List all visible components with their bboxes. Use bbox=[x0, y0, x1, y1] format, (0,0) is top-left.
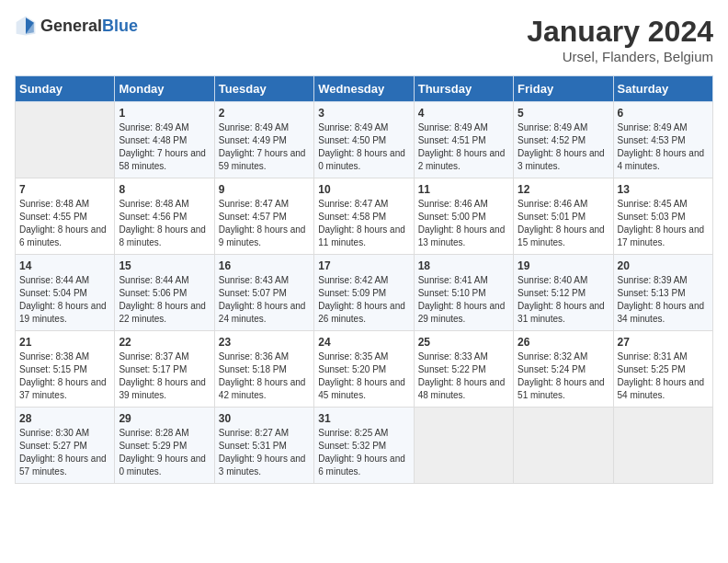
day-info: Sunrise: 8:49 AMSunset: 4:48 PMDaylight:… bbox=[119, 121, 210, 173]
day-number: 22 bbox=[119, 336, 210, 349]
day-number: 1 bbox=[119, 107, 210, 120]
day-info: Sunrise: 8:35 AMSunset: 5:20 PMDaylight:… bbox=[318, 350, 409, 402]
day-of-week-header: Monday bbox=[115, 76, 214, 102]
day-number: 11 bbox=[418, 183, 509, 196]
day-info: Sunrise: 8:44 AMSunset: 5:04 PMDaylight:… bbox=[19, 274, 110, 326]
day-info: Sunrise: 8:39 AMSunset: 5:13 PMDaylight:… bbox=[618, 274, 709, 326]
day-number: 8 bbox=[119, 183, 210, 196]
calendar-cell: 11Sunrise: 8:46 AMSunset: 5:00 PMDayligh… bbox=[414, 178, 513, 255]
calendar-cell: 7Sunrise: 8:48 AMSunset: 4:55 PMDaylight… bbox=[16, 178, 115, 255]
page-header: GeneralBlue January 2024 Ursel, Flanders… bbox=[15, 15, 713, 64]
calendar-cell: 4Sunrise: 8:49 AMSunset: 4:51 PMDaylight… bbox=[414, 102, 513, 178]
day-number: 10 bbox=[318, 183, 409, 196]
day-number: 6 bbox=[618, 107, 709, 120]
logo-blue: Blue bbox=[102, 17, 138, 35]
calendar-cell: 8Sunrise: 8:48 AMSunset: 4:56 PMDaylight… bbox=[115, 178, 214, 255]
calendar-cell: 19Sunrise: 8:40 AMSunset: 5:12 PMDayligh… bbox=[514, 255, 613, 331]
calendar-cell: 10Sunrise: 8:47 AMSunset: 4:58 PMDayligh… bbox=[314, 178, 414, 255]
day-number: 21 bbox=[19, 336, 110, 349]
day-number: 17 bbox=[318, 259, 409, 272]
calendar-cell: 1Sunrise: 8:49 AMSunset: 4:48 PMDaylight… bbox=[115, 102, 214, 178]
day-info: Sunrise: 8:40 AMSunset: 5:12 PMDaylight:… bbox=[518, 274, 609, 326]
day-info: Sunrise: 8:36 AMSunset: 5:18 PMDaylight:… bbox=[219, 350, 310, 402]
day-number: 14 bbox=[19, 259, 110, 272]
day-number: 27 bbox=[618, 336, 709, 349]
calendar-week-row: 21Sunrise: 8:38 AMSunset: 5:15 PMDayligh… bbox=[16, 331, 713, 408]
calendar-cell: 30Sunrise: 8:27 AMSunset: 5:31 PMDayligh… bbox=[214, 408, 313, 484]
calendar-cell: 31Sunrise: 8:25 AMSunset: 5:32 PMDayligh… bbox=[314, 408, 414, 484]
calendar-cell: 3Sunrise: 8:49 AMSunset: 4:50 PMDaylight… bbox=[314, 102, 414, 178]
day-number: 20 bbox=[618, 259, 709, 272]
logo-icon bbox=[15, 15, 37, 37]
calendar-cell: 24Sunrise: 8:35 AMSunset: 5:20 PMDayligh… bbox=[314, 331, 414, 408]
day-number: 28 bbox=[19, 412, 110, 425]
day-info: Sunrise: 8:44 AMSunset: 5:06 PMDaylight:… bbox=[119, 274, 210, 326]
day-info: Sunrise: 8:46 AMSunset: 5:00 PMDaylight:… bbox=[418, 198, 509, 249]
day-info: Sunrise: 8:42 AMSunset: 5:09 PMDaylight:… bbox=[318, 274, 409, 326]
logo-text: GeneralBlue bbox=[40, 17, 138, 36]
calendar-cell: 22Sunrise: 8:37 AMSunset: 5:17 PMDayligh… bbox=[115, 331, 214, 408]
logo: GeneralBlue bbox=[15, 15, 138, 37]
day-info: Sunrise: 8:48 AMSunset: 4:56 PMDaylight:… bbox=[119, 198, 210, 249]
day-info: Sunrise: 8:30 AMSunset: 5:27 PMDaylight:… bbox=[19, 427, 110, 478]
day-info: Sunrise: 8:48 AMSunset: 4:55 PMDaylight:… bbox=[19, 198, 110, 249]
calendar-cell: 20Sunrise: 8:39 AMSunset: 5:13 PMDayligh… bbox=[613, 255, 712, 331]
calendar-cell bbox=[613, 408, 712, 484]
day-number: 23 bbox=[219, 336, 310, 349]
day-of-week-header: Saturday bbox=[613, 76, 712, 102]
calendar-cell: 27Sunrise: 8:31 AMSunset: 5:25 PMDayligh… bbox=[613, 331, 712, 408]
day-number: 3 bbox=[318, 107, 409, 120]
day-info: Sunrise: 8:32 AMSunset: 5:24 PMDaylight:… bbox=[518, 350, 609, 402]
day-info: Sunrise: 8:46 AMSunset: 5:01 PMDaylight:… bbox=[518, 198, 609, 249]
day-number: 2 bbox=[219, 107, 310, 120]
calendar-cell: 21Sunrise: 8:38 AMSunset: 5:15 PMDayligh… bbox=[16, 331, 115, 408]
day-info: Sunrise: 8:49 AMSunset: 4:49 PMDaylight:… bbox=[219, 121, 310, 173]
day-number: 19 bbox=[518, 259, 609, 272]
calendar-cell: 15Sunrise: 8:44 AMSunset: 5:06 PMDayligh… bbox=[115, 255, 214, 331]
logo-general: General bbox=[40, 17, 102, 35]
day-number: 5 bbox=[518, 107, 609, 120]
day-info: Sunrise: 8:31 AMSunset: 5:25 PMDaylight:… bbox=[618, 350, 709, 402]
calendar-cell bbox=[414, 408, 513, 484]
calendar-cell: 6Sunrise: 8:49 AMSunset: 4:53 PMDaylight… bbox=[613, 102, 712, 178]
day-number: 4 bbox=[418, 107, 509, 120]
day-number: 13 bbox=[618, 183, 709, 196]
day-info: Sunrise: 8:49 AMSunset: 4:52 PMDaylight:… bbox=[518, 121, 609, 173]
day-number: 24 bbox=[318, 336, 409, 349]
calendar-week-row: 14Sunrise: 8:44 AMSunset: 5:04 PMDayligh… bbox=[16, 255, 713, 331]
day-info: Sunrise: 8:27 AMSunset: 5:31 PMDaylight:… bbox=[219, 427, 310, 478]
day-info: Sunrise: 8:47 AMSunset: 4:58 PMDaylight:… bbox=[318, 198, 409, 249]
day-info: Sunrise: 8:47 AMSunset: 4:57 PMDaylight:… bbox=[219, 198, 310, 249]
calendar-cell: 17Sunrise: 8:42 AMSunset: 5:09 PMDayligh… bbox=[314, 255, 414, 331]
day-info: Sunrise: 8:43 AMSunset: 5:07 PMDaylight:… bbox=[219, 274, 310, 326]
day-number: 26 bbox=[518, 336, 609, 349]
day-number: 25 bbox=[418, 336, 509, 349]
calendar-header-row: SundayMondayTuesdayWednesdayThursdayFrid… bbox=[16, 76, 713, 102]
day-of-week-header: Thursday bbox=[414, 76, 513, 102]
day-number: 30 bbox=[219, 412, 310, 425]
day-number: 15 bbox=[119, 259, 210, 272]
day-of-week-header: Sunday bbox=[16, 76, 115, 102]
day-of-week-header: Wednesday bbox=[314, 76, 414, 102]
day-info: Sunrise: 8:45 AMSunset: 5:03 PMDaylight:… bbox=[618, 198, 709, 249]
day-number: 29 bbox=[119, 412, 210, 425]
day-of-week-header: Friday bbox=[514, 76, 613, 102]
day-info: Sunrise: 8:25 AMSunset: 5:32 PMDaylight:… bbox=[318, 427, 409, 478]
day-info: Sunrise: 8:49 AMSunset: 4:50 PMDaylight:… bbox=[318, 121, 409, 173]
calendar-cell: 28Sunrise: 8:30 AMSunset: 5:27 PMDayligh… bbox=[16, 408, 115, 484]
calendar-cell: 14Sunrise: 8:44 AMSunset: 5:04 PMDayligh… bbox=[16, 255, 115, 331]
calendar-week-row: 7Sunrise: 8:48 AMSunset: 4:55 PMDaylight… bbox=[16, 178, 713, 255]
day-number: 9 bbox=[219, 183, 310, 196]
calendar-cell: 13Sunrise: 8:45 AMSunset: 5:03 PMDayligh… bbox=[613, 178, 712, 255]
day-number: 16 bbox=[219, 259, 310, 272]
calendar-table: SundayMondayTuesdayWednesdayThursdayFrid… bbox=[15, 75, 713, 484]
calendar-cell: 9Sunrise: 8:47 AMSunset: 4:57 PMDaylight… bbox=[214, 178, 313, 255]
calendar-week-row: 1Sunrise: 8:49 AMSunset: 4:48 PMDaylight… bbox=[16, 102, 713, 178]
day-number: 31 bbox=[318, 412, 409, 425]
day-number: 7 bbox=[19, 183, 110, 196]
day-number: 18 bbox=[418, 259, 509, 272]
day-info: Sunrise: 8:38 AMSunset: 5:15 PMDaylight:… bbox=[19, 350, 110, 402]
calendar-cell: 29Sunrise: 8:28 AMSunset: 5:29 PMDayligh… bbox=[115, 408, 214, 484]
calendar-week-row: 28Sunrise: 8:30 AMSunset: 5:27 PMDayligh… bbox=[16, 408, 713, 484]
day-info: Sunrise: 8:37 AMSunset: 5:17 PMDaylight:… bbox=[119, 350, 210, 402]
